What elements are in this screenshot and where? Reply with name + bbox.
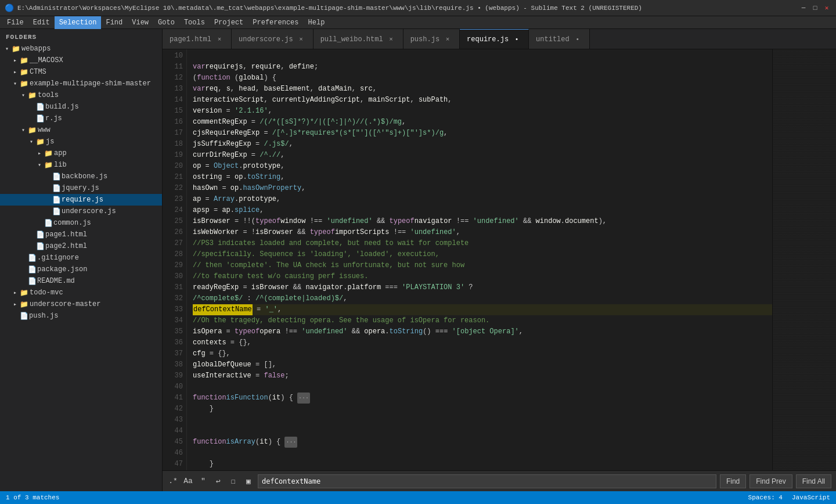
match-count: 1 of 3 matches xyxy=(6,494,59,501)
line-number-17: 17 xyxy=(166,128,183,139)
sidebar-item-lib[interactable]: ▾📁lib xyxy=(0,159,162,171)
code-line-32: /^complete$/ : /^(complete|loaded)$/, xyxy=(193,293,772,304)
sidebar-item-label: .gitignore xyxy=(37,254,79,262)
code-line-31: readyRegExp = isBrowser && navigator.pla… xyxy=(193,282,772,293)
sidebar-item-example-multipage[interactable]: ▾📁example-multipage-shim-master xyxy=(0,78,162,89)
code-line-20: op = Object.prototype, xyxy=(193,161,772,172)
folder-icon: 📁 xyxy=(20,300,28,309)
find-input[interactable] xyxy=(258,474,716,488)
code-line-41: function isFunction(it) { ··· xyxy=(193,393,772,404)
file-icon: 📄 xyxy=(28,277,36,286)
code-line-14: interactiveScript, currentlyAddingScript… xyxy=(193,95,772,106)
tab-close-button[interactable]: × xyxy=(387,35,396,44)
sidebar-item-todo-mvc[interactable]: ▸📁todo-mvc xyxy=(0,287,162,298)
code-line-46 xyxy=(193,448,772,459)
line-numbers: 1011121314151617181920212223242526272829… xyxy=(163,49,187,470)
line-number-43: 43 xyxy=(166,415,183,426)
code-line-43 xyxy=(193,415,772,426)
spaces-indicator: Spaces: 4 xyxy=(748,494,783,501)
sidebar-item-backbone.js[interactable]: 📄backbone.js xyxy=(0,171,162,182)
sidebar-item-www[interactable]: ▾📁www xyxy=(0,124,162,136)
find-word-button[interactable]: " xyxy=(197,476,209,487)
sidebar-item-label: package.json xyxy=(37,265,87,273)
find-all-button[interactable]: Find All xyxy=(796,474,831,488)
find-inselection-button[interactable]: ▣ xyxy=(243,476,254,487)
sidebar-item-push.js-tree[interactable]: 📄push.js xyxy=(0,310,162,322)
find-prev-button[interactable]: Find Prev xyxy=(749,474,792,488)
arrow-icon: ▾ xyxy=(35,160,44,170)
menu-view[interactable]: View xyxy=(127,16,153,29)
line-number-36: 36 xyxy=(166,337,183,348)
sidebar-item-__MACOSX[interactable]: ▸📁__MACOSX xyxy=(0,55,162,66)
sidebar-item-label: backbone.js xyxy=(62,172,107,181)
close-button[interactable]: ✕ xyxy=(822,3,831,13)
sidebar-item-r.js[interactable]: 📄r.js xyxy=(0,113,162,124)
menu-preferences[interactable]: Preferences xyxy=(248,16,303,29)
file-icon: 📄 xyxy=(52,172,60,181)
menu-goto[interactable]: Goto xyxy=(153,16,179,29)
code-line-30: //to feature test w/o causing perf issue… xyxy=(193,271,772,282)
sidebar-item-CTMS[interactable]: ▸📁CTMS xyxy=(0,66,162,78)
sidebar-item-package.json[interactable]: 📄package.json xyxy=(0,264,162,275)
arrow-icon: ▸ xyxy=(10,56,20,65)
line-number-34: 34 xyxy=(166,315,183,326)
sidebar-item-README.md[interactable]: 📄README.md xyxy=(0,275,162,287)
menu-project[interactable]: Project xyxy=(210,16,248,29)
menu-tools[interactable]: Tools xyxy=(179,16,210,29)
tab-close-button[interactable]: • xyxy=(512,35,521,44)
tab-close-button[interactable]: × xyxy=(215,35,224,44)
menu-selection[interactable]: Selection xyxy=(55,16,102,29)
sidebar-item-page2.html[interactable]: 📄page2.html xyxy=(0,240,162,252)
line-number-23: 23 xyxy=(166,194,183,205)
find-highlight-button[interactable]: ☐ xyxy=(228,476,239,487)
sidebar-item-build.js[interactable]: 📄build.js xyxy=(0,101,162,113)
sidebar-item-label: www xyxy=(38,126,51,134)
main-area: FOLDERS ▾📁webapps▸📁__MACOSX▸📁CTMS▾📁examp… xyxy=(0,29,836,491)
sidebar-item-webapps[interactable]: ▾📁webapps xyxy=(0,43,162,55)
menu-edit[interactable]: Edit xyxy=(28,16,55,29)
code-line-23: ap = Array.prototype, xyxy=(193,194,772,205)
line-number-29: 29 xyxy=(166,260,183,271)
menu-find[interactable]: Find xyxy=(101,16,127,29)
sidebar-item-jquery.js[interactable]: 📄jquery.js xyxy=(0,182,162,194)
maximize-button[interactable]: □ xyxy=(810,3,820,13)
tab-pushjs[interactable]: push.js× xyxy=(403,29,460,49)
sidebar-item-app[interactable]: ▸📁app xyxy=(0,147,162,159)
tab-close-button[interactable]: × xyxy=(443,35,452,44)
line-number-44: 44 xyxy=(166,426,183,437)
folder-icon: 📁 xyxy=(20,289,28,297)
code-line-26: isWebWorker = !isBrowser && typeof impor… xyxy=(193,227,772,238)
sidebar-item-page1.html[interactable]: 📄page1.html xyxy=(0,229,162,240)
sidebar-item-common.js[interactable]: 📄common.js xyxy=(0,217,162,229)
sidebar-item-tools[interactable]: ▾📁tools xyxy=(0,89,162,101)
find-button[interactable]: Find xyxy=(720,474,746,488)
menu-file[interactable]: File xyxy=(2,16,28,29)
sidebar-item-label: common.js xyxy=(53,219,91,227)
find-regex-button[interactable]: .* xyxy=(167,476,179,487)
line-number-13: 13 xyxy=(166,84,183,95)
spacer xyxy=(27,242,36,251)
spacer xyxy=(43,172,52,181)
find-case-button[interactable]: Aa xyxy=(182,476,194,487)
arrow-icon: ▸ xyxy=(10,288,20,297)
tab-close-button[interactable]: × xyxy=(297,35,306,44)
arrow-icon: ▾ xyxy=(19,91,28,100)
tab-page1html[interactable]: page1.html× xyxy=(163,29,232,49)
sidebar-item-js[interactable]: ▾📁js xyxy=(0,136,162,147)
tab-pull_weibohtml[interactable]: pull_weibo.html× xyxy=(314,29,403,49)
sidebar-item-.gitignore[interactable]: 📄.gitignore xyxy=(0,252,162,264)
code-content[interactable]: var requirejs, require, define;(function… xyxy=(187,49,772,470)
code-line-37: cfg = {}, xyxy=(193,348,772,359)
menu-help[interactable]: Help xyxy=(304,16,330,29)
tab-untitled[interactable]: untitled• xyxy=(529,29,590,49)
tab-close-button[interactable]: • xyxy=(573,35,582,44)
sidebar-item-underscore.js-tree[interactable]: 📄underscore.js xyxy=(0,206,162,217)
find-wrap-button[interactable]: ↩ xyxy=(212,476,224,487)
sidebar-item-require.js[interactable]: 📄require.js xyxy=(0,194,162,206)
tab-underscorejs[interactable]: underscore.js× xyxy=(232,29,314,49)
sidebar-item-underscore-master[interactable]: ▸📁underscore-master xyxy=(0,298,162,310)
minimize-button[interactable]: ─ xyxy=(799,3,808,13)
sidebar-item-label: tools xyxy=(38,91,59,99)
code-line-35: isOpera = typeof opera !== 'undefined' &… xyxy=(193,326,772,337)
tab-requirejs[interactable]: require.js• xyxy=(460,29,529,49)
